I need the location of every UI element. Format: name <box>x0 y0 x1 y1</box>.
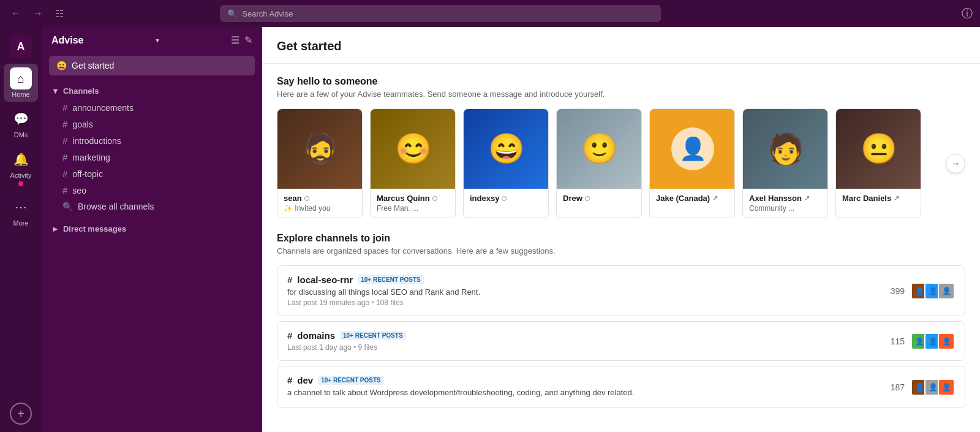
get-started-icon: 😀 <box>56 61 67 70</box>
compose-button[interactable]: ✎ <box>244 34 252 46</box>
search-input[interactable] <box>242 9 654 18</box>
channel-row-right: 187 👤 👤 👤 <box>891 379 955 396</box>
rail-more[interactable]: ⋯ More <box>4 192 38 230</box>
channel-meta: Last post 19 minutes ago • 108 files <box>287 298 891 307</box>
next-teammates-button[interactable]: → <box>946 154 965 173</box>
teammate-info-indexsy: indexsy <box>464 189 548 208</box>
more-icon: ⋯ <box>10 196 32 218</box>
say-hello-heading: Say hello to someone <box>277 76 965 87</box>
direct-messages-section[interactable]: ► Direct messages <box>42 219 262 238</box>
forward-button[interactable]: → <box>29 6 47 21</box>
teammate-card-indexsy[interactable]: 😄 indexsy <box>463 108 549 218</box>
teammate-card-marc[interactable]: 😐 Marc Daniels ↗ <box>835 108 921 218</box>
workspace-caret: ▾ <box>156 36 159 45</box>
rail-home[interactable]: ⌂ Home <box>4 64 38 102</box>
say-hello-section: Say hello to someone Here are a few of y… <box>262 64 980 230</box>
avatar-axel: 🧑 <box>743 109 828 189</box>
channel-row-dev[interactable]: # dev 10+ RECENT POSTS a channel to talk… <box>277 366 965 408</box>
channel-row-domains[interactable]: # domains 10+ RECENT POSTS Last post 1 d… <box>277 321 965 361</box>
rail-activity[interactable]: 🔔 Activity <box>4 145 38 190</box>
workspace-header: Advise ▾ ☰ ✎ <box>42 27 262 53</box>
teammate-card-marcus[interactable]: 😊 Marcus Quinn Free Man. ... <box>370 108 456 218</box>
teammate-info-drew: Drew <box>557 189 641 208</box>
hash-icon: # <box>62 102 67 113</box>
rail-dms[interactable]: 💬 DMs <box>4 104 38 142</box>
member-avatars: 👤 👤 👤 <box>911 379 955 396</box>
teammate-name-marc: Marc Daniels ↗ <box>842 194 914 203</box>
mini-avatar: 👤 <box>938 333 955 350</box>
help-button[interactable]: ⓘ <box>962 6 973 21</box>
channel-name: announcements <box>72 103 134 113</box>
teammate-name-sean: sean <box>284 194 356 203</box>
status-dot <box>432 196 437 201</box>
teammate-info-axel: Axel Hansson ↗ Community ... <box>743 189 827 218</box>
search-bar[interactable]: 🔍 <box>220 5 661 22</box>
teammate-name-marcus: Marcus Quinn <box>377 194 449 203</box>
channel-row-name: # dev 10+ RECENT POSTS <box>287 375 891 385</box>
channel-row-right: 115 👤 👤 👤 <box>891 333 955 350</box>
explore-subtitle: Channels are organized spaces for conver… <box>277 246 965 256</box>
teammate-info-marcus: Marcus Quinn Free Man. ... <box>371 189 455 218</box>
more-label: More <box>13 219 28 227</box>
teammate-sub-axel: Community ... <box>749 204 821 213</box>
sidebar: Advise ▾ ☰ ✎ 😀 Get started ▼ Channels # … <box>42 27 262 432</box>
channels-section-header[interactable]: ▼ Channels <box>42 83 262 99</box>
browse-label: Browse all channels <box>78 202 154 211</box>
channel-info: # dev 10+ RECENT POSTS a channel to talk… <box>287 375 891 399</box>
get-started-button[interactable]: 😀 Get started <box>49 56 255 75</box>
channel-seo[interactable]: # seo <box>45 182 258 199</box>
back-button[interactable]: ← <box>7 6 24 21</box>
teammate-card-sean[interactable]: 🧔 sean ✨ Invited you <box>277 108 363 218</box>
explore-channels-section: Explore channels to join Channels are or… <box>262 230 980 425</box>
member-avatars: 👤 👤 👤 <box>911 282 955 300</box>
recent-posts-badge: 10+ RECENT POSTS <box>340 331 406 340</box>
member-avatars: 👤 👤 👤 <box>911 333 955 350</box>
home-label: Home <box>12 91 29 98</box>
home-icon: ⌂ <box>10 67 32 89</box>
sidebar-actions: ☰ ✎ <box>231 34 252 46</box>
avatar-marc: 😐 <box>836 109 921 189</box>
channel-name-text: domains <box>297 330 335 341</box>
dms-label: DMs <box>14 131 28 138</box>
channel-goals[interactable]: # goals <box>45 116 258 132</box>
teammate-sub-marcus: Free Man. ... <box>377 204 449 213</box>
teammate-card-jake[interactable]: 👤 Jake (Canada) ↗ <box>649 108 735 218</box>
page-title: Get started <box>262 27 980 64</box>
channels-section-label: Channels <box>63 86 99 96</box>
workspace-name: Advise <box>51 35 83 46</box>
channel-name: seo <box>72 186 86 195</box>
channel-row-name: # domains 10+ RECENT POSTS <box>287 330 891 341</box>
get-started-label: Get started <box>72 61 114 70</box>
channel-desc: for discussing all things local SEO and … <box>287 287 891 297</box>
avatar-marcus: 😊 <box>371 109 456 189</box>
main-layout: A ⌂ Home 💬 DMs 🔔 Activity ⋯ More + Advis… <box>0 27 980 432</box>
browse-all-channels[interactable]: 🔍 Browse all channels <box>45 199 258 214</box>
hash-icon: # <box>62 135 67 146</box>
channel-row-local-seo-rnr[interactable]: # local-seo-rnr 10+ RECENT POSTS for dis… <box>277 265 965 316</box>
workspace-icon: A <box>10 36 32 58</box>
channel-announcements[interactable]: # announcements <box>45 99 258 116</box>
teammate-card-axel[interactable]: 🧑 Axel Hansson ↗ Community ... <box>742 108 828 218</box>
avatar-drew: 🙂 <box>557 109 642 189</box>
channel-name-text: local-seo-rnr <box>297 275 353 285</box>
filter-button[interactable]: ☰ <box>231 34 239 46</box>
recent-posts-badge: 10+ RECENT POSTS <box>358 275 424 284</box>
page-title-text: Get started <box>277 39 342 53</box>
status-dot <box>304 196 309 201</box>
teammate-card-drew[interactable]: 🙂 Drew <box>556 108 642 218</box>
teammate-info-jake: Jake (Canada) ↗ <box>650 189 734 208</box>
channel-off-topic[interactable]: # off-topic <box>45 165 258 182</box>
channel-introductions[interactable]: # introductions <box>45 132 258 149</box>
channel-name: marketing <box>72 153 110 162</box>
teammate-info-marc: Marc Daniels ↗ <box>836 189 921 208</box>
teammate-sub-sean: ✨ Invited you <box>284 204 356 213</box>
mini-avatar: 👤 <box>938 282 955 300</box>
channel-name: introductions <box>72 136 121 146</box>
channel-marketing[interactable]: # marketing <box>45 149 258 165</box>
rail-workspace[interactable]: A <box>4 32 38 61</box>
search-icon: 🔍 <box>227 9 237 18</box>
teammate-name-jake: Jake (Canada) ↗ <box>656 194 728 203</box>
dm-expand-icon: ► <box>51 224 59 233</box>
add-workspace-button[interactable]: + <box>10 403 32 425</box>
history-button[interactable]: ☷ <box>51 6 67 22</box>
